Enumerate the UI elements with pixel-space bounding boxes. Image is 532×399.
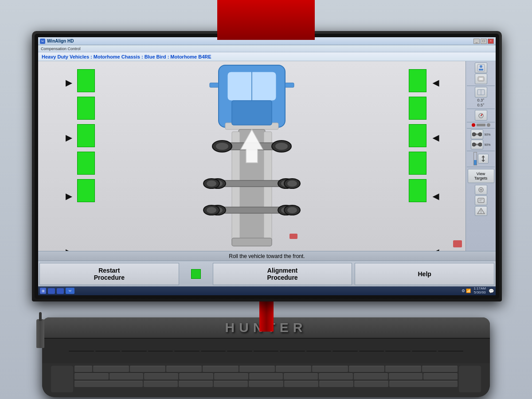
shift-key[interactable] [74,381,143,387]
arrow-left-1: ▶ [66,78,72,88]
status-bar: Roll the vehicle toward the front. [38,251,496,261]
toolbar-icon-1[interactable] [475,63,487,73]
key[interactable] [166,366,202,372]
shift-key-right[interactable] [389,381,458,387]
restart-procedure-button[interactable]: Restart Procedure [39,263,179,285]
taskbar-icon-2[interactable] [57,288,64,294]
right-toolbar: 0.3° 0.5° [466,61,496,251]
svg-rect-4 [232,101,272,125]
key[interactable] [214,373,248,379]
key[interactable] [319,381,353,387]
toolbar-indicator-row [467,123,495,129]
left-device-area [51,366,73,392]
svg-rect-33 [232,238,272,246]
key[interactable] [144,373,178,379]
toolbar-misc-icon-1[interactable] [475,185,487,195]
vent-line [254,351,279,352]
key[interactable] [214,381,248,387]
taskbar-clock: 1:17AM 5/30/93 [473,287,486,295]
toolbar-height-icon[interactable] [478,154,489,164]
arrow-left-3: ▶ [66,192,72,201]
sub-title: Compensation Control [41,47,81,51]
key[interactable] [319,373,353,379]
toolbar-icon-2[interactable] [475,74,487,84]
svg-point-14 [275,143,288,150]
breadcrumb-text: Heavy Duty Vehicles : Motorhome Chassis … [42,54,211,59]
taskbar-icon-1[interactable] [48,288,55,294]
svg-point-19 [207,180,216,187]
svg-rect-38 [479,69,483,70]
key[interactable] [74,373,109,379]
svg-point-32 [287,207,297,213]
toolbar-icon-group-1 [467,63,495,86]
key[interactable] [110,373,144,379]
svg-point-51 [478,143,482,146]
viewport: ▶ ▶ ▶ ▶ ◀ ◀ ◀ ◀ [38,61,466,251]
key[interactable] [249,381,283,387]
vent-line [227,351,252,352]
key[interactable] [203,366,238,372]
key[interactable] [354,373,388,379]
taskbar-left: ⊞ W [40,288,74,294]
screen: W WinAlign HD _ □ × Compensation Control… [38,37,496,295]
left-antenna [36,319,44,348]
key-row-1-spacer [74,366,92,372]
key[interactable] [276,366,311,372]
vent-line [359,351,384,352]
key[interactable] [354,381,388,387]
toolbar-axle-icon-1[interactable] [471,129,483,139]
svg-point-48 [478,133,482,136]
key[interactable] [423,373,458,379]
key[interactable] [144,381,178,387]
compass-icon [453,240,462,247]
svg-marker-53 [481,156,485,157]
key[interactable] [93,366,129,372]
number-1: 0.3° [477,98,484,102]
alignment-procedure-button[interactable]: Alignment Procedure [213,263,352,285]
key[interactable] [284,373,318,379]
key[interactable] [284,381,318,387]
maximize-button[interactable]: □ [481,39,487,44]
red-indicator-dot [472,123,475,127]
screen-bezel: W WinAlign HD _ □ × Compensation Control… [35,34,499,299]
key[interactable] [422,366,458,372]
key[interactable] [312,366,348,372]
green-bar-left-5 [77,179,95,202]
key[interactable] [349,366,384,372]
gray-indicator-dot [487,123,490,127]
console-vents [42,339,490,363]
toolbar-misc-icon-2[interactable] [475,196,487,205]
number-2: 0.5° [477,103,484,107]
minimize-button[interactable]: _ [473,39,480,44]
toolbar-axle-icon-2[interactable] [471,140,483,149]
toolbar-axle-section: 90% 90% [467,129,495,151]
toolbar-axle-icon-text-1: 90% [484,129,490,139]
key[interactable] [389,373,423,379]
center-indicator-area [180,269,211,279]
svg-rect-24 [223,207,281,213]
toolbar-gauge-icon[interactable] [475,110,487,121]
key[interactable] [385,366,421,372]
toolbar-icon-3[interactable] [475,87,487,98]
key[interactable] [179,381,213,387]
view-targets-button[interactable]: View Targets [468,169,494,183]
start-button[interactable]: ⊞ [40,288,46,294]
vent-line [174,351,200,352]
indicator-bar [477,124,485,126]
vent-line [438,351,463,352]
green-bar-left-4 [77,152,95,175]
key[interactable] [179,373,213,379]
toolbar-gauge-section [467,110,495,122]
keyboard-area [42,363,490,397]
svg-rect-40 [479,78,483,80]
help-button[interactable]: Help [355,263,494,285]
antenna-rod [39,312,42,321]
key[interactable] [130,366,165,372]
taskbar-app-icon[interactable]: W [66,288,74,294]
vent-line [121,351,147,352]
close-button[interactable]: × [488,39,494,44]
view-targets-label-1: View [477,172,485,176]
key[interactable] [249,373,283,379]
toolbar-misc-icon-3[interactable] [475,206,487,216]
key[interactable] [239,366,275,372]
